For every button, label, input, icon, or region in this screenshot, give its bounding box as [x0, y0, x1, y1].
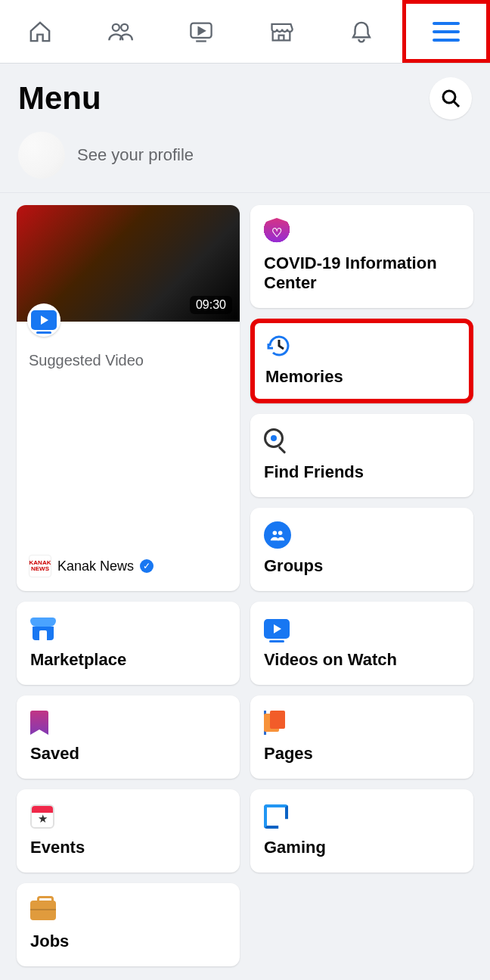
- menu-item-label: Events: [30, 838, 226, 857]
- suggested-video-label: Suggested Video: [29, 352, 228, 369]
- flag-icon: [264, 711, 288, 735]
- watch-icon: [31, 310, 57, 330]
- svg-point-6: [273, 531, 278, 536]
- tab-watch[interactable]: [161, 0, 241, 63]
- tab-marketplace[interactable]: [241, 0, 321, 63]
- watch-icon: [264, 619, 290, 639]
- home-icon: [27, 19, 53, 45]
- menu-item-label: Groups: [264, 556, 460, 576]
- search-icon: [440, 88, 461, 109]
- profile-row[interactable]: See your profile: [0, 127, 490, 193]
- tab-friends[interactable]: [80, 0, 160, 63]
- gaming-icon: [264, 804, 288, 829]
- source-logo: KANAKNEWS: [29, 555, 51, 577]
- menu-item-jobs[interactable]: Jobs: [17, 883, 240, 966]
- profile-text: See your profile: [77, 145, 194, 165]
- video-thumbnail: 09:30: [17, 205, 240, 322]
- menu-item-label: Pages: [264, 744, 460, 764]
- video-source: KANAKNEWS Kanak News ✓: [29, 555, 228, 577]
- shield-heart-icon: ♡: [264, 218, 290, 247]
- clock-icon: [265, 332, 458, 359]
- tab-menu[interactable]: [402, 0, 490, 63]
- menu-item-pages[interactable]: Pages: [250, 695, 473, 779]
- menu-item-label: Find Friends: [264, 462, 460, 482]
- bookmark-icon: [30, 711, 48, 735]
- tab-home[interactable]: [0, 0, 80, 63]
- suggested-video-card[interactable]: 09:30 Suggested Video KANAKNEWS Kanak Ne…: [17, 205, 240, 591]
- menu-item-covid[interactable]: ♡ COVID-19 Information Center: [250, 205, 473, 308]
- menu-item-videos-on-watch[interactable]: Videos on Watch: [250, 602, 473, 685]
- menu-item-events[interactable]: ★ Events: [17, 789, 240, 873]
- profile-subtitle: See your profile: [77, 145, 194, 165]
- marketplace-icon: [30, 618, 56, 640]
- svg-point-0: [113, 23, 119, 30]
- menu-item-groups[interactable]: Groups: [250, 508, 473, 591]
- find-friends-icon: [264, 428, 290, 454]
- friends-icon: [107, 19, 133, 45]
- search-button[interactable]: [430, 77, 472, 120]
- briefcase-icon: [30, 901, 56, 920]
- menu-item-saved[interactable]: Saved: [17, 695, 240, 779]
- marketplace-icon: [268, 19, 294, 45]
- menu-item-label: Saved: [30, 744, 226, 764]
- tab-notifications[interactable]: [321, 0, 402, 63]
- calendar-icon: ★: [30, 804, 54, 829]
- menu-item-gaming[interactable]: Gaming: [250, 789, 473, 873]
- groups-icon: [264, 521, 291, 549]
- menu-item-label: Memories: [265, 367, 458, 387]
- svg-line-5: [454, 101, 459, 107]
- watch-icon: [188, 19, 214, 45]
- menu-item-label: COVID-19 Information Center: [264, 254, 460, 293]
- video-source-name: Kanak News: [57, 558, 134, 574]
- bell-icon: [349, 19, 374, 45]
- svg-point-1: [122, 23, 129, 30]
- menu-item-label: Jobs: [30, 932, 226, 951]
- hamburger-icon: [433, 22, 460, 42]
- menu-item-label: Videos on Watch: [264, 650, 460, 670]
- verified-icon: ✓: [140, 559, 154, 573]
- menu-item-memories[interactable]: Memories: [250, 319, 473, 403]
- menu-item-label: Marketplace: [30, 650, 226, 670]
- see-more-row[interactable]: See More ▾: [0, 972, 490, 980]
- video-duration: 09:30: [190, 296, 232, 314]
- video-title-redacted: [29, 377, 228, 547]
- top-navigation: [0, 0, 490, 64]
- svg-point-7: [278, 531, 283, 536]
- menu-item-find-friends[interactable]: Find Friends: [250, 414, 473, 497]
- menu-item-marketplace[interactable]: Marketplace: [17, 602, 240, 685]
- avatar: [18, 132, 65, 179]
- menu-item-label: Gaming: [264, 838, 460, 857]
- watch-badge: [27, 303, 60, 337]
- svg-point-4: [443, 91, 455, 103]
- page-title: Menu: [18, 80, 101, 117]
- menu-header: Menu: [0, 64, 490, 127]
- menu-grid: 09:30 Suggested Video KANAKNEWS Kanak Ne…: [0, 193, 490, 972]
